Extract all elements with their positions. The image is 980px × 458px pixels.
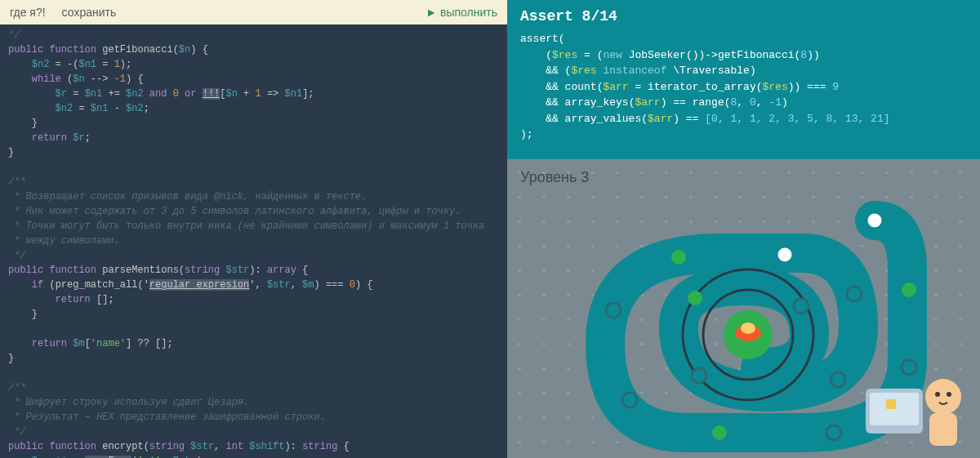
svg-point-8: [826, 425, 841, 440]
svg-point-14: [847, 287, 862, 301]
mascot-icon: [841, 360, 972, 458]
assert-code: assert( ($res = (new JobSeeker())->getFi…: [520, 31, 967, 143]
run-button[interactable]: ► выполнить: [425, 6, 497, 19]
level-panel: Уровень 3: [507, 159, 980, 459]
svg-rect-21: [886, 399, 896, 409]
svg-point-10: [622, 393, 637, 407]
svg-point-17: [688, 291, 702, 305]
svg-point-13: [776, 246, 794, 264]
svg-point-23: [935, 392, 940, 397]
save-button[interactable]: сохранить: [62, 6, 117, 19]
svg-point-18: [794, 299, 808, 313]
svg-point-24: [947, 392, 951, 397]
where-button[interactable]: где я?!: [10, 6, 46, 19]
toolbar: где я?! сохранить ► выполнить: [0, 0, 507, 24]
svg-point-11: [606, 303, 621, 318]
svg-point-12: [671, 250, 686, 265]
play-icon: ►: [425, 6, 437, 19]
svg-point-4: [741, 322, 755, 334]
svg-point-6: [902, 282, 916, 297]
svg-point-5: [866, 211, 884, 229]
editor-pane: где я?! сохранить ► выполнить */ public …: [0, 0, 507, 458]
output-pane: Assert 8/14 assert( ($res = (new JobSeek…: [507, 0, 980, 458]
level-title: Уровень 3: [520, 169, 589, 186]
svg-point-9: [712, 425, 727, 440]
svg-rect-25: [929, 413, 957, 446]
code-editor[interactable]: */ public function getFibonacci($n) { $n…: [0, 24, 507, 458]
assert-panel: Assert 8/14 assert( ($res = (new JobSeek…: [507, 0, 980, 159]
svg-point-22: [925, 379, 961, 415]
svg-point-16: [692, 368, 706, 383]
assert-title: Assert 8/14: [520, 8, 967, 24]
